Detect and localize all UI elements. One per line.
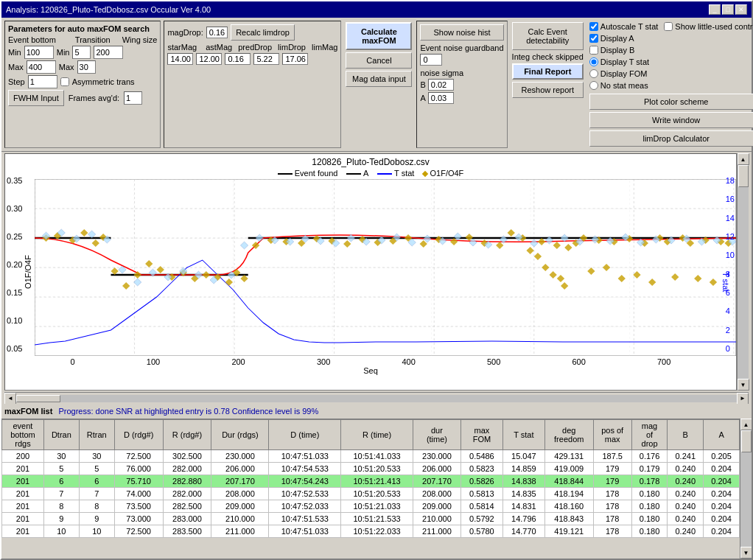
table-scroll-up[interactable]: ▲: [740, 419, 752, 430]
table-row[interactable]: 200303072.500302.500230.00010:47:51.0331…: [2, 450, 740, 463]
autoscale-label: Autoscale T stat: [600, 22, 658, 31]
fwhm-input-button[interactable]: FWHM Input: [8, 90, 64, 106]
show-little-used-group: Show little-used controls: [664, 22, 753, 31]
frames-avgd-input[interactable]: [124, 91, 142, 105]
transition-max-input[interactable]: [77, 60, 96, 74]
noise-section: Show noise hist Event noise guardband 0 …: [416, 21, 507, 148]
bottom-toolbar: maxFOM list Progress: done SNR at highli…: [1, 404, 752, 419]
chart-scrollbar-v[interactable]: ▲ ▼: [737, 153, 749, 391]
event-bottom-label: Event bottom: [8, 35, 56, 44]
display-t-stat-radio[interactable]: [589, 57, 598, 66]
a-label: A: [420, 94, 425, 102]
show-noise-hist-button[interactable]: Show noise hist: [420, 24, 503, 41]
table-scroll-down[interactable]: ▼: [740, 547, 752, 559]
show-little-used-checkbox[interactable]: [664, 22, 673, 31]
cancel-button[interactable]: Cancel: [346, 52, 412, 69]
step-input[interactable]: [28, 75, 57, 88]
chart-area: 120826_Pluto-TedDobosz.csv Event found A…: [4, 153, 737, 391]
table-row[interactable]: 2019973.000283.000210.00010:47:51.53310:…: [2, 513, 740, 525]
final-report-button[interactable]: Final Report: [512, 63, 584, 80]
params-title: Parameters for auto maxFOM search: [8, 24, 157, 33]
table-row[interactable]: 201101072.500283.500211.00010:47:51.0331…: [2, 525, 740, 538]
display-a-checkbox[interactable]: [589, 34, 598, 43]
params-section: Parameters for auto maxFOM search Event …: [4, 21, 161, 148]
window-title: Analysis: 120826_Pluto-TedDobosz.csv Occ…: [6, 5, 211, 14]
table-row[interactable]: 2017774.000282.000208.00010:47:52.53310:…: [2, 488, 740, 500]
asymmetric-trans-checkbox[interactable]: [60, 77, 69, 86]
display-t-stat-label: Display T stat: [600, 57, 649, 66]
main-window: Analysis: 120826_Pluto-TedDobosz.csv Occ…: [0, 0, 753, 560]
display-a-group: Display A: [589, 34, 658, 43]
table-row[interactable]: 2015576.000282.000206.00010:47:54.53310:…: [2, 463, 740, 475]
table-scroll-thumb[interactable]: [741, 430, 752, 452]
recalc-limdrop-button[interactable]: Recalc limdrop: [231, 24, 295, 41]
scroll-down-button[interactable]: ▼: [738, 379, 749, 391]
table-scroll-track[interactable]: [740, 430, 752, 547]
star-mag-label: starMag: [167, 43, 197, 52]
col-r-time: R (time): [341, 420, 413, 450]
legend-t-stat: T stat: [377, 169, 414, 178]
right-controls: Autoscale T stat Display A Display B Dis…: [588, 21, 753, 148]
scroll-track[interactable]: [738, 165, 749, 379]
wing-size-input[interactable]: [94, 46, 123, 59]
minimize-button[interactable]: _: [709, 4, 721, 15]
display-b-checkbox[interactable]: [589, 46, 598, 55]
chart-scrollbar-h[interactable]: ◄ ►: [4, 392, 749, 404]
display-a-label: Display A: [600, 34, 634, 43]
max-label: Max: [8, 63, 24, 71]
maximize-button[interactable]: □: [722, 4, 734, 15]
chart-title: 120826_Pluto-TedDobosz.csv: [5, 154, 736, 169]
display-fom-radio[interactable]: [589, 69, 598, 78]
table-wrapper: eventbottomrdgs Dtran Rtran D (rdg#) R (…: [1, 419, 752, 559]
scroll-up-button[interactable]: ▲: [738, 153, 749, 165]
max-label2: Max: [59, 63, 74, 71]
mag-data-input-button[interactable]: Mag data input: [346, 71, 412, 87]
bottom-panel: maxFOM list Progress: done SNR at highli…: [1, 404, 752, 559]
col-mag-drop: magofdrop: [631, 420, 668, 450]
b-label: B: [420, 80, 425, 89]
plot-color-scheme-button[interactable]: Plot color scheme: [589, 94, 753, 110]
table-row[interactable]: 2018873.500282.500209.00010:47:52.03310:…: [2, 500, 740, 513]
col-dur-rdgs: Dur (rdgs): [211, 420, 269, 450]
display-fom-label: Display FOM: [600, 69, 648, 78]
event-bottom-max-input[interactable]: [27, 60, 56, 74]
lim-mag-value: 17.06: [282, 53, 308, 65]
scroll-thumb[interactable]: [738, 165, 749, 187]
x-axis-label: Seq: [5, 366, 736, 375]
lim-mag-label: limMag: [312, 43, 337, 52]
h-scroll-track[interactable]: [16, 395, 737, 402]
col-d-time: D (time): [269, 420, 341, 450]
integ-check-skipped: Integ check skipped: [512, 52, 584, 61]
legend-event-found: Event found: [278, 169, 338, 178]
noise-sigma-label: noise sigma: [420, 69, 463, 77]
display-fom-group: Display FOM: [589, 69, 658, 78]
col-event-bottom: eventbottomrdgs: [2, 420, 44, 450]
frames-avgd-label: Frames avg'd:: [69, 94, 119, 102]
event-bottom-min-input[interactable]: [24, 46, 54, 59]
transition-min-input[interactable]: [72, 46, 91, 59]
scroll-right-button[interactable]: ►: [737, 393, 749, 405]
chart-container: 120826_Pluto-TedDobosz.csv Event found A…: [4, 153, 749, 391]
limdrop-calculator-button[interactable]: limDrop Calculator: [589, 130, 753, 147]
col-r-rdg: R (rdg#): [163, 420, 211, 450]
table-row[interactable]: 2016675.710282.880207.17010:47:54.24310:…: [2, 475, 740, 488]
table-scrollbar-v[interactable]: ▲ ▼: [740, 419, 752, 559]
maxfom-list-tab[interactable]: maxFOM list: [4, 407, 52, 416]
table-container[interactable]: eventbottomrdgs Dtran Rtran D (rdg#) R (…: [1, 419, 740, 559]
h-scroll-thumb[interactable]: [16, 395, 60, 402]
event-noise-guardband-label: Event noise guardband: [420, 43, 503, 52]
scroll-left-button[interactable]: ◄: [4, 393, 16, 405]
a-value: 0.03: [428, 92, 454, 104]
write-window-button[interactable]: Write window: [589, 112, 753, 128]
calc-event-detectability-button[interactable]: Calc Eventdetectability: [512, 22, 584, 50]
reshow-report-button[interactable]: Reshow report: [512, 82, 584, 98]
chart-svg: [35, 179, 736, 356]
mag-drop-label: magDrop:: [167, 28, 203, 37]
y-axis-left-label: O1F/O4F: [24, 255, 32, 289]
calculate-maxfom-button[interactable]: CalculatemaxFOM: [346, 22, 412, 50]
autoscale-checkbox[interactable]: [589, 22, 598, 31]
no-stat-meas-radio[interactable]: [589, 81, 598, 90]
step-label: Step: [8, 77, 25, 86]
b-value: 0.02: [428, 79, 454, 91]
close-button[interactable]: ✕: [735, 4, 747, 15]
